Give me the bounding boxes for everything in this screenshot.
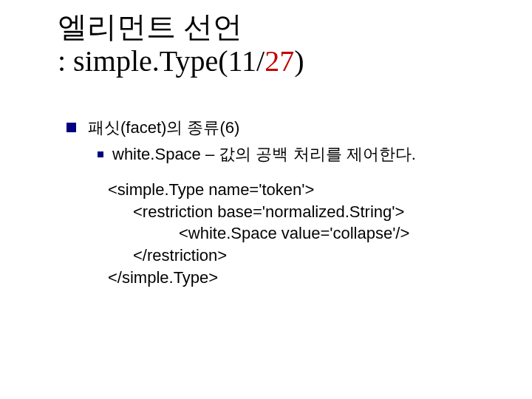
bullet-1-text: 패싯(facet)의 종류(6) bbox=[88, 118, 239, 137]
code-line-4: </restriction> bbox=[108, 245, 480, 267]
title-line-2: : simple.Type(11/27) bbox=[58, 44, 304, 78]
slide-title: 엘리먼트 선언 : simple.Type(11/27) bbox=[58, 10, 304, 78]
title-prefix: : simple.Type(11/ bbox=[58, 44, 265, 78]
slide: 엘리먼트 선언 : simple.Type(11/27) 패싯(facet)의 … bbox=[0, 0, 532, 399]
code-line-1: <simple.Type name='token'> bbox=[108, 180, 314, 199]
title-line-1: 엘리먼트 선언 bbox=[58, 10, 304, 44]
bullet-2-text: white.Space – 값의 공백 처리를 제어한다. bbox=[112, 145, 416, 163]
slide-body: 패싯(facet)의 종류(6) white.Space – 값의 공백 처리를… bbox=[66, 117, 480, 288]
bullet-level-1: 패싯(facet)의 종류(6) bbox=[66, 117, 480, 139]
code-line-3: <white.Space value='collapse'/> bbox=[108, 222, 480, 245]
title-suffix: ) bbox=[294, 44, 304, 78]
title-accent: 27 bbox=[265, 44, 294, 78]
square-bullet-small-icon bbox=[98, 151, 103, 157]
square-bullet-icon bbox=[66, 123, 76, 132]
code-block: <simple.Type name='token'> <restriction … bbox=[108, 179, 480, 288]
bullet-level-2: white.Space – 값의 공백 처리를 제어한다. bbox=[98, 143, 480, 166]
code-line-5: </simple.Type> bbox=[108, 268, 218, 287]
code-line-2: <restriction base='normalized.String'> bbox=[108, 201, 480, 223]
